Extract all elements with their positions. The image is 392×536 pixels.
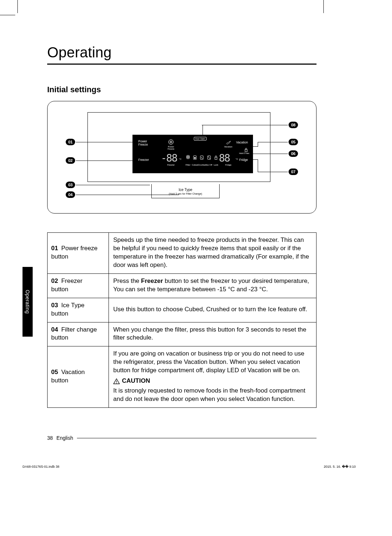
ice-type-label-box: Ice Type (Hold 3 sec for Filter Change) <box>151 184 220 198</box>
row-label-cell: 01 Power freezebutton <box>48 233 109 274</box>
freezer-button-label: Freezer <box>138 158 149 162</box>
row-label-cell: 03 Ice Typebutton <box>48 298 109 322</box>
callout-07: 07 <box>289 168 298 175</box>
leader-line <box>202 125 288 125</box>
leader-line <box>76 185 150 185</box>
callout-06: 06 <box>289 150 298 157</box>
power-freeze-underlabel: Power Freeze <box>164 146 177 150</box>
leader-line <box>258 159 258 172</box>
leader-dot <box>136 141 138 143</box>
vacation-underlabel: Vacation <box>222 146 234 148</box>
table-row: 01 Power freezebuttonSpeeds up the time … <box>48 233 317 274</box>
row-label-cell: 04 Filter changebutton <box>48 322 109 346</box>
row-number: 04 <box>51 326 58 333</box>
leader-line <box>203 125 203 137</box>
footer-rule <box>77 438 317 438</box>
side-tab-operating: Operating <box>23 267 33 337</box>
caution-label: CAUTION <box>122 377 150 385</box>
ice-type-title: Ice Type <box>152 188 219 192</box>
crushed-underlabel: Crushed <box>198 164 206 166</box>
leader-line <box>76 195 179 195</box>
crop-mark <box>0 15 15 15</box>
callout-08: 08 <box>289 122 298 128</box>
cubed-underlabel: Cubed <box>191 164 199 166</box>
hold3sec-label: Hold 3 sec <box>239 152 249 154</box>
svg-line-10 <box>208 156 210 159</box>
table-row: 05 VacationbuttonIf you are going on vac… <box>48 346 317 408</box>
leader-line <box>252 146 258 147</box>
table-row: 02 FreezerbuttonPress the Freezer button… <box>48 273 317 298</box>
row-label-cell: 02 Freezerbutton <box>48 273 109 298</box>
svg-point-7 <box>201 157 202 158</box>
fridge-button-label: Fridge <box>239 158 248 162</box>
title-rule <box>47 64 317 65</box>
unit-c-right: °C <box>236 158 238 160</box>
caution-heading: CAUTION <box>113 377 150 385</box>
callout-05: 05 <box>289 139 298 145</box>
page: Operating Operating Initial settings Pow… <box>0 0 392 536</box>
leader-line <box>76 142 136 142</box>
row-description: When you change the filter, press this b… <box>113 326 306 341</box>
row-number: 05 <box>51 369 58 375</box>
row-number: 01 <box>51 245 58 252</box>
callout-01: 01 <box>66 139 75 145</box>
filter-underlabel: Filter <box>185 164 191 166</box>
lock-underlabel: Lock <box>213 164 219 166</box>
snowflake-icon <box>168 139 174 145</box>
row-number: 03 <box>51 302 58 309</box>
crop-mark <box>17 0 18 13</box>
row-description-cell: Speeds up the time needed to freeze prod… <box>109 233 317 274</box>
svg-rect-5 <box>194 157 196 159</box>
content-area: Operating Initial settings PowerFreeze P… <box>47 44 317 408</box>
leader-line <box>251 154 288 154</box>
table-row: 03 Ice TypebuttonUse this button to choo… <box>48 298 317 322</box>
row-description-cell: If you are going on vacation or business… <box>109 346 317 408</box>
callout-03: 03 <box>66 182 75 188</box>
row-description-cell: Use this button to choose Cubed, Crushed… <box>109 298 317 322</box>
iceoff-underlabel: Ice Off <box>205 164 213 166</box>
callout-02: 02 <box>66 157 75 164</box>
row-description: Press the Freezer button to set the free… <box>113 277 309 293</box>
filter-icon <box>186 155 190 160</box>
row-description: If you are going on vacation or business… <box>113 350 304 374</box>
print-mark-right: 2015. 5. 16. �� 9:10 <box>324 465 356 468</box>
control-panel: PowerFreeze Power Freeze Door Open Vacat… <box>132 135 253 173</box>
svg-rect-3 <box>187 158 189 159</box>
freezer-underlabel: Freezer <box>167 164 175 166</box>
fridge-underlabel: Fridge <box>224 164 233 166</box>
caution-text: It is strongly requested to remove foods… <box>113 387 312 403</box>
hold-lock-icon <box>244 148 248 152</box>
page-footer: 38English <box>47 435 73 441</box>
leader-line <box>258 142 288 142</box>
print-mark-left: DA68-03176S-01.indb 38 <box>23 465 60 468</box>
svg-rect-12 <box>245 150 247 152</box>
svg-rect-11 <box>215 157 217 159</box>
leader-line <box>252 159 258 160</box>
page-title: Operating <box>47 44 317 61</box>
page-language: English <box>57 435 73 441</box>
leader-dot <box>136 159 138 161</box>
unit-c-left: °C <box>179 158 181 160</box>
svg-point-14 <box>116 382 117 383</box>
row-description: Speeds up the time needed to freeze prod… <box>113 236 309 268</box>
fridge-temp-display: 88 <box>219 152 230 164</box>
row-description: Use this button to choose Cubed, Crushed… <box>113 306 307 313</box>
cubed-icon <box>193 155 197 160</box>
caution-icon <box>113 378 120 384</box>
table-row: 04 Filter changebuttonWhen you change th… <box>48 322 317 346</box>
section-heading: Initial settings <box>47 85 317 94</box>
leader-line <box>258 172 288 172</box>
crushed-icon <box>200 155 204 160</box>
row-description-cell: When you change the filter, press this b… <box>109 322 317 346</box>
leader-line <box>258 142 258 146</box>
door-open-indicator: Door Open <box>194 137 207 141</box>
leader-line <box>76 161 136 161</box>
svg-point-8 <box>202 158 203 159</box>
row-number: 02 <box>51 277 58 284</box>
freezer-temp-display: -88 <box>161 152 177 164</box>
control-panel-diagram: PowerFreeze Power Freeze Door Open Vacat… <box>47 101 317 214</box>
callout-04: 04 <box>66 191 75 198</box>
crop-mark <box>323 0 324 13</box>
page-number: 38 <box>47 435 53 441</box>
iceoff-icon <box>207 155 211 160</box>
